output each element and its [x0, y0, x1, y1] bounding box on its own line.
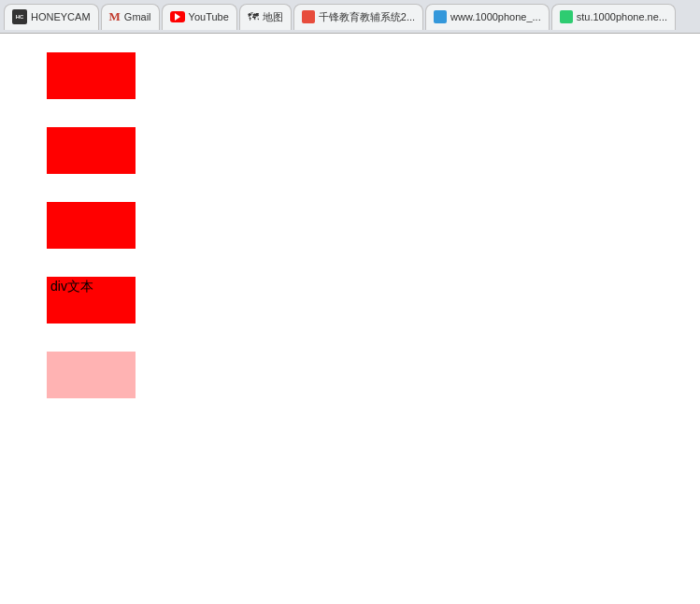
div-text-label: div文本: [50, 279, 93, 295]
pink-box-5: [47, 352, 136, 398]
honeyview-favicon-icon: HC: [12, 9, 27, 24]
tab-1000phone1[interactable]: www.1000phone_...: [425, 4, 550, 30]
tab-qianjf1[interactable]: 千锋教育教辅系统2...: [293, 4, 423, 30]
maps-favicon-icon: 🗺: [248, 10, 259, 23]
1000phone2-favicon-icon: [560, 10, 573, 23]
tab-qianjf1-label: 千锋教育教辅系统2...: [319, 10, 415, 24]
box2-container: [47, 127, 700, 174]
box1-container: [47, 52, 700, 99]
red-box-1: [47, 52, 136, 99]
tab-1000phone1-label: www.1000phone_...: [450, 11, 541, 22]
gmail-favicon-icon: M: [109, 9, 121, 24]
red-box-2: [47, 127, 136, 174]
tab-maps-label: 地图: [263, 10, 283, 24]
main-content: div文本: [0, 34, 700, 426]
red-box-with-text-4: div文本: [47, 277, 136, 324]
box3-container: [47, 202, 700, 249]
tab-1000phone2-label: stu.1000phone.ne...: [577, 11, 667, 22]
box4-container: div文本: [47, 277, 700, 324]
qianjf1-favicon-icon: [302, 10, 315, 23]
tab-honeyview[interactable]: HC HONEYCAM: [4, 4, 99, 30]
tab-youtube[interactable]: YouTube: [162, 4, 237, 30]
browser-tab-bar: HC HONEYCAM M Gmail YouTube 🗺 地图 千锋教育教辅系…: [0, 0, 700, 34]
tab-honeyview-label: HONEYCAM: [31, 11, 91, 22]
tab-maps[interactable]: 🗺 地图: [239, 4, 292, 30]
box5-container: [47, 352, 700, 398]
tab-1000phone2[interactable]: stu.1000phone.ne...: [551, 4, 676, 30]
youtube-favicon-icon: [170, 11, 185, 22]
red-box-3: [47, 202, 136, 249]
tab-gmail-label: Gmail: [124, 11, 151, 22]
tab-gmail[interactable]: M Gmail: [101, 4, 160, 30]
1000phone1-favicon-icon: [434, 10, 447, 23]
tab-youtube-label: YouTube: [189, 11, 229, 22]
